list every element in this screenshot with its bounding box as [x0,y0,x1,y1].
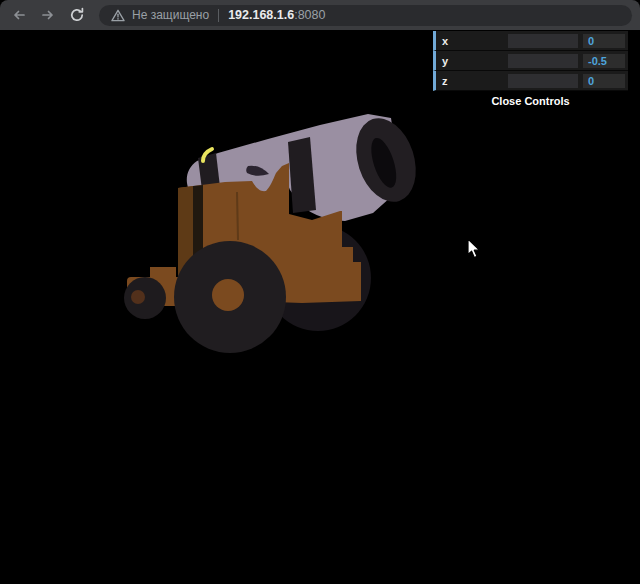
cannon-front-hub [131,290,145,304]
controller-label-x: x [442,35,508,47]
url-separator [218,9,219,22]
number-input-x[interactable]: 0 [583,34,625,48]
controller-row-x: x 0 [433,31,628,51]
reload-button[interactable] [66,4,88,26]
browser-toolbar: Не защищено 192.168.1.6 :8080 [0,0,640,30]
slider-z[interactable] [508,74,578,88]
controller-row-y: y -0.5 [433,51,628,71]
security-status-label[interactable]: Не защищено [132,8,209,22]
url-port[interactable]: :8080 [294,8,325,22]
webgl-page: x 0 y -0.5 z 0 Close Controls [0,30,640,584]
number-input-z[interactable]: 0 [583,74,625,88]
cannon-carriage-seam [237,192,238,240]
forward-arrow-icon [40,7,56,23]
close-controls-button[interactable]: Close Controls [433,91,628,110]
cannon-front-wheel [124,277,166,319]
forward-button[interactable] [37,4,59,26]
reload-icon [69,7,85,23]
number-input-y[interactable]: -0.5 [583,54,625,68]
back-arrow-icon [11,7,27,23]
slider-y[interactable] [508,54,578,68]
back-button[interactable] [8,4,30,26]
url-host[interactable]: 192.168.1.6 [228,8,294,22]
controller-label-y: y [442,55,508,67]
warning-triangle-icon[interactable] [111,9,125,22]
threejs-canvas[interactable] [0,30,640,584]
cannon-main-hub [212,279,244,311]
browser-window: Не защищено 192.168.1.6 :8080 [0,0,640,584]
dat-gui-panel: x 0 y -0.5 z 0 Close Controls [433,31,628,110]
controller-label-z: z [442,75,508,87]
controller-row-z: z 0 [433,71,628,91]
slider-x[interactable] [508,34,578,48]
address-bar[interactable]: Не защищено 192.168.1.6 :8080 [99,5,632,26]
